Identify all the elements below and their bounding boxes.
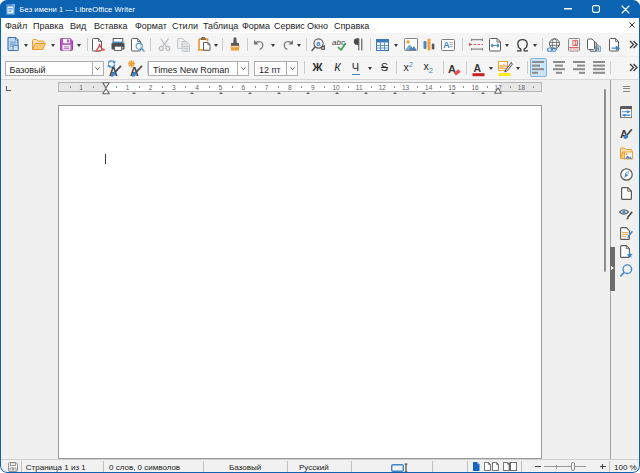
svg-text:1: 1 (574, 39, 577, 45)
svg-text:ab: ab (499, 62, 507, 69)
svg-text:d: d (321, 42, 325, 51)
svg-text:abc: abc (332, 38, 345, 47)
svg-text:A: A (443, 40, 450, 50)
svg-text:A: A (473, 61, 481, 73)
